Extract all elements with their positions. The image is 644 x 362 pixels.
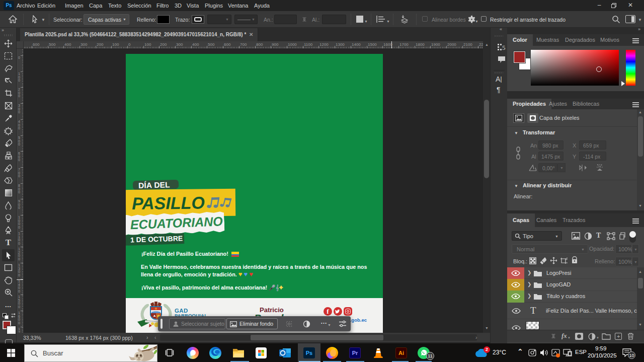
svg-text:5: 5 — [502, 44, 506, 51]
